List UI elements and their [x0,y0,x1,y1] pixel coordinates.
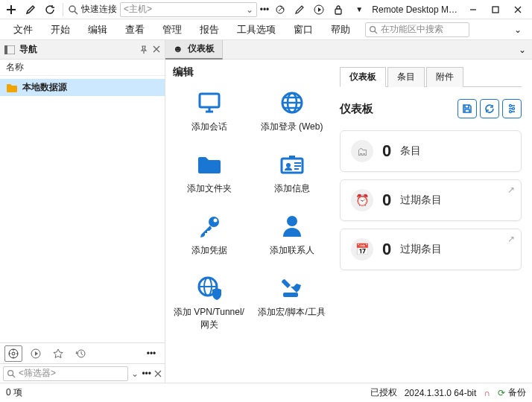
svg-rect-13 [200,94,219,107]
svg-point-25 [510,105,512,107]
svg-rect-3 [335,9,341,14]
menu-help[interactable]: 帮助 [323,20,358,39]
add-session-button[interactable]: 添加会话 [170,86,248,136]
refresh-button[interactable] [480,99,499,118]
host-input[interactable]: <主机> ⌄ [120,2,257,17]
add-contact-button[interactable]: 添加联系人 [253,210,331,260]
app-title: Remote Desktop M… [372,4,457,15]
globe-shield-icon [196,275,223,302]
pin-icon[interactable] [139,45,148,54]
svg-point-27 [510,111,512,113]
search-icon [68,4,78,15]
monitor-icon [196,89,223,116]
vault-tab-button[interactable] [4,345,22,362]
favorites-tab-button[interactable] [49,345,67,362]
chevron-down-icon[interactable]: ⌄ [246,4,253,15]
svg-point-0 [69,6,75,12]
nav-title: 导航 [19,43,37,56]
settings-button[interactable] [502,99,522,118]
recent-tab-button[interactable] [72,345,89,362]
filter-chevron-icon[interactable]: ⌄ [131,368,139,379]
tab-dashboard[interactable]: ☻ 仪表板 [165,40,223,60]
status-backup[interactable]: ⟳备份 [498,386,526,399]
folder-icon [6,83,18,93]
dashboard-title: 仪表板 [340,102,373,116]
menu-start[interactable]: 开始 [43,20,77,39]
tree-item-local-datasource[interactable]: 本地数据源 [0,79,165,96]
card-expired-2[interactable]: ↗ 📅 0 过期条目 [340,229,522,270]
menu-report[interactable]: 报告 [192,20,227,39]
svg-point-20 [213,219,217,223]
status-licensed: 已授权 [370,386,397,399]
svg-point-12 [8,370,13,375]
more-tab-button[interactable]: ••• [142,345,160,362]
svg-rect-7 [4,45,7,54]
close-button[interactable] [507,1,529,18]
status-connection[interactable]: ∩ [484,388,490,398]
svg-rect-24 [283,293,298,297]
menu-edit[interactable]: 编辑 [80,20,115,39]
close-icon[interactable] [153,45,160,54]
key-icon [196,213,223,240]
minimize-button[interactable] [462,1,484,18]
nav-column-header[interactable]: 名称 [0,60,165,76]
separator [63,3,63,16]
play-icon[interactable] [311,1,327,18]
svg-point-19 [209,217,219,227]
maximize-button[interactable] [484,1,507,18]
dash-tab-entries[interactable]: 条目 [387,67,425,87]
card-expired-1[interactable]: ↗ ⏰ 0 过期条目 [340,179,522,221]
entries-icon: 🗂 [351,140,373,162]
add-folder-button[interactable]: 添加文件夹 [170,148,248,198]
ribbon-search-input[interactable]: 在功能区中搜索 [365,22,469,37]
globe-icon [279,89,305,116]
calendar-icon: 📅 [351,238,373,261]
open-link-icon[interactable]: ↗ [507,185,515,195]
svg-rect-4 [493,7,498,13]
folder-icon [196,151,223,178]
filter-close-icon[interactable] [154,370,162,377]
ribbon-chevron-icon[interactable]: ⌄ [510,25,526,35]
clock-icon: ⏰ [351,189,373,211]
play-tab-button[interactable] [27,345,45,362]
search-icon [369,25,378,34]
backup-icon: ⟳ [498,388,505,398]
svg-point-26 [513,108,515,110]
tools-icon [279,275,305,302]
svg-point-5 [370,26,376,31]
id-card-icon [279,151,305,178]
more-icon[interactable]: ••• [142,368,151,379]
add-info-button[interactable]: 添加信息 [253,148,331,198]
menu-manage[interactable]: 管理 [155,20,189,39]
refresh-icon[interactable] [42,1,58,18]
menu-view[interactable]: 查看 [118,20,152,39]
dropdown-icon[interactable]: ▼ [351,1,367,18]
lock-icon[interactable] [330,1,346,18]
card-entries[interactable]: 🗂 0 条目 [340,130,522,172]
menu-file[interactable]: 文件 [6,20,40,39]
filter-input[interactable]: <筛选器> [3,366,128,381]
add-credential-button[interactable]: 添加凭据 [170,210,248,260]
tab-chevron-icon[interactable]: ⌄ [513,45,532,55]
add-web-login-button[interactable]: 添加登录 (Web) [253,86,331,136]
tree-item-label: 本地数据源 [22,81,67,94]
new-icon[interactable] [3,1,19,18]
svg-rect-17 [289,156,295,159]
magnet-icon: ∩ [484,388,490,398]
edit-icon[interactable] [22,1,39,18]
dashboard-icon: ☻ [173,43,183,54]
menu-tools[interactable]: 工具选项 [229,20,283,39]
status-version: 2024.1.31.0 64-bit [405,388,477,398]
quick-edit-icon[interactable] [291,1,308,18]
target-icon[interactable] [272,1,288,18]
menu-window[interactable]: 窗口 [286,20,320,39]
person-icon [279,213,305,240]
add-vpn-button[interactable]: 添加 VPN/Tunnel/网关 [170,272,248,334]
svg-point-18 [286,163,291,168]
add-macro-button[interactable]: 添加宏/脚本/工具 [253,272,331,334]
save-button[interactable] [457,99,477,118]
dash-tab-dashboard[interactable]: 仪表板 [340,67,386,87]
open-link-icon[interactable]: ↗ [507,234,515,244]
more-icon[interactable]: ••• [260,4,270,15]
dash-tab-attach[interactable]: 附件 [426,67,463,87]
